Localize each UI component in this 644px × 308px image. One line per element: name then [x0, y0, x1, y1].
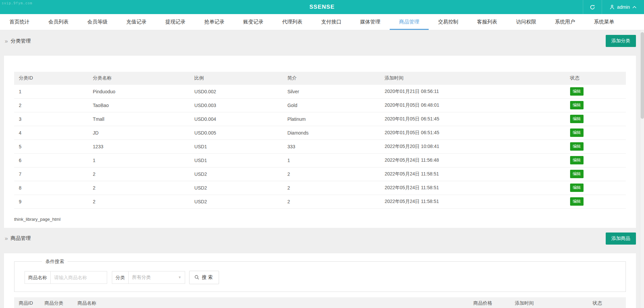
- category-card: 分类ID分类名称比例简介添加时间状态 1PinduoduoUSD0.002Sil…: [4, 56, 636, 228]
- status-cell: 编辑: [565, 126, 626, 140]
- cell: JD: [88, 126, 189, 140]
- nav-tab[interactable]: 支付接口: [312, 14, 351, 30]
- cell: 333: [283, 140, 380, 153]
- status-cell: 编辑: [565, 112, 626, 126]
- edit-button[interactable]: 编辑: [570, 184, 584, 192]
- scrollbar-thumb[interactable]: [641, 32, 644, 119]
- cell: Tmall: [88, 112, 189, 126]
- cell: 2020年01月05日 06:51:45: [380, 126, 565, 140]
- cell: USD0.004: [190, 112, 283, 126]
- nav-tab[interactable]: 系统用户: [546, 14, 585, 30]
- cell: USD2: [190, 195, 283, 208]
- search-fieldset: 条件搜索 商品名称 分类 所有分类 ▼ 搜索: [14, 259, 626, 292]
- cell: 2: [88, 181, 189, 195]
- nav-tabs: 首页统计会员列表会员等级充值记录提现记录抢单记录账变记录代理列表支付接口媒体管理…: [0, 14, 644, 30]
- search-legend: 条件搜索: [42, 259, 68, 265]
- cell: 1233: [88, 140, 189, 153]
- page-title: 分类管理: [10, 38, 31, 44]
- cell: 2022年05月24日 11:58:51: [380, 167, 565, 181]
- topbar: svip.9fym.com SSENSE admin: [0, 0, 644, 14]
- cell: 2020年01月21日 08:56:11: [380, 85, 565, 98]
- user-menu[interactable]: admin: [602, 0, 644, 14]
- add-product-button[interactable]: 添加商品: [606, 233, 636, 245]
- nav-tab[interactable]: 会员列表: [39, 14, 78, 30]
- nav-tab[interactable]: 交易控制: [429, 14, 468, 30]
- nav-tab[interactable]: 账变记录: [234, 14, 273, 30]
- product-name-label: 商品名称: [25, 271, 51, 284]
- cell: 2022年05月20日 10:08:41: [380, 140, 565, 153]
- chevron-up-icon: [632, 6, 637, 9]
- cell: 2022年05月24日 11:58:51: [380, 195, 565, 208]
- double-chevron-icon: »: [5, 38, 8, 44]
- cell: 1: [14, 85, 88, 98]
- column-header: 状态: [588, 297, 626, 308]
- category-select[interactable]: 所有分类 ▼: [129, 271, 185, 284]
- status-cell: 编辑: [565, 140, 626, 153]
- nav-tab[interactable]: 提现记录: [156, 14, 195, 30]
- nav-tab[interactable]: 首页统计: [0, 14, 39, 30]
- cell: 1: [283, 153, 380, 167]
- cell: 2: [14, 98, 88, 112]
- edit-button[interactable]: 编辑: [570, 142, 584, 151]
- scrollbar[interactable]: [640, 30, 644, 308]
- edit-button[interactable]: 编辑: [570, 101, 584, 109]
- table-row: 92USD222022年05月24日 11:58:51编辑: [14, 195, 626, 208]
- edit-button[interactable]: 编辑: [570, 170, 584, 178]
- section-bar-categories: » 分类管理 添加分类: [0, 30, 640, 52]
- cell: Diamonds: [283, 126, 380, 140]
- status-cell: 编辑: [565, 98, 626, 112]
- cell: 8: [14, 181, 88, 195]
- add-category-button[interactable]: 添加分类: [606, 35, 636, 47]
- cell: USD2: [190, 181, 283, 195]
- cell: USD2: [190, 167, 283, 181]
- cell: USD0.005: [190, 126, 283, 140]
- breadcrumb: » 商品管理: [5, 235, 31, 242]
- search-icon: [194, 275, 200, 280]
- nav-tab[interactable]: 客服列表: [468, 14, 507, 30]
- table-header-row: 分类ID分类名称比例简介添加时间状态: [14, 72, 626, 85]
- cell: 9: [14, 195, 88, 208]
- table-row: 1PinduoduoUSD0.002Silver2020年01月21日 08:5…: [14, 85, 626, 98]
- nav-tab[interactable]: 媒体管理: [351, 14, 390, 30]
- edit-button[interactable]: 编辑: [570, 197, 584, 206]
- cell: Gold: [283, 98, 380, 112]
- table-row: 51233USD13332022年05月20日 10:08:41编辑: [14, 140, 626, 153]
- cell: 2: [88, 195, 189, 208]
- search-button-label: 搜索: [202, 274, 214, 280]
- edit-button[interactable]: 编辑: [570, 115, 584, 123]
- nav-tab[interactable]: 会员等级: [78, 14, 117, 30]
- status-cell: 编辑: [565, 181, 626, 195]
- cell: 1: [88, 153, 189, 167]
- nav-tab[interactable]: 访问权限: [507, 14, 546, 30]
- table-row: 82USD222022年05月24日 11:58:51编辑: [14, 181, 626, 195]
- nav-tab[interactable]: 系统菜单: [585, 14, 624, 30]
- cell: 2022年05月24日 11:56:48: [380, 153, 565, 167]
- nav-tab[interactable]: 抢单记录: [195, 14, 234, 30]
- column-header: 商品价格: [469, 297, 510, 308]
- search-button[interactable]: 搜索: [189, 271, 219, 284]
- page-content: » 分类管理 添加分类 分类ID分类名称比例简介添加时间状态 1Pinduodu…: [0, 30, 640, 308]
- edit-button[interactable]: 编辑: [570, 156, 584, 164]
- cell: 2: [283, 181, 380, 195]
- column-header: 商品ID: [14, 297, 40, 308]
- nav-tab[interactable]: 代理列表: [273, 14, 312, 30]
- app-title: SSENSE: [0, 4, 644, 10]
- chevron-down-icon: ▼: [178, 275, 181, 279]
- nav-tab[interactable]: 商品管理: [390, 14, 429, 30]
- status-cell: 编辑: [565, 167, 626, 181]
- status-cell: 编辑: [565, 153, 626, 167]
- category-table: 分类ID分类名称比例简介添加时间状态 1PinduoduoUSD0.002Sil…: [14, 72, 626, 209]
- edit-button[interactable]: 编辑: [570, 129, 584, 137]
- cell: Silver: [283, 85, 380, 98]
- cell: 5: [14, 140, 88, 153]
- product-name-input[interactable]: [51, 271, 107, 284]
- cell: USD1: [190, 153, 283, 167]
- refresh-button[interactable]: [583, 0, 602, 14]
- nav-tab[interactable]: 充值记录: [117, 14, 156, 30]
- user-icon: [609, 4, 615, 10]
- edit-button[interactable]: 编辑: [570, 87, 584, 96]
- product-card: 条件搜索 商品名称 分类 所有分类 ▼ 搜索: [4, 253, 636, 308]
- table-row: 2TaoBaoUSD0.003Gold2020年01月05日 06:48:01编…: [14, 98, 626, 112]
- table-row: 72USD222022年05月24日 11:58:51编辑: [14, 167, 626, 181]
- column-header: 商品名称: [73, 297, 469, 308]
